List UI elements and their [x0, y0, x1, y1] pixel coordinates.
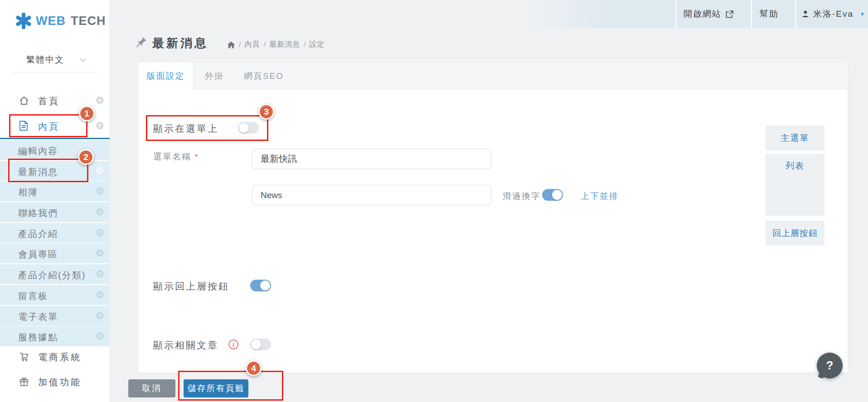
- sidebar-subitem-service-locations[interactable]: 服務據點 ⚙: [0, 326, 110, 346]
- sidebar-item-label: 首頁: [38, 95, 60, 107]
- gear-icon[interactable]: ⚙: [95, 269, 104, 279]
- breadcrumb-item-news[interactable]: 最新消息: [269, 40, 300, 49]
- chevron-down-icon: [80, 58, 86, 62]
- tab-plugins[interactable]: 外掛: [194, 63, 235, 89]
- menu-name-input[interactable]: [252, 149, 491, 169]
- show-on-menu-label: 顯示在選單上: [153, 122, 218, 135]
- tab-seo[interactable]: 網頁SEO: [235, 63, 292, 89]
- sidebar-subitem-news[interactable]: 最新消息 ⚙: [0, 161, 110, 181]
- sidebar-item-ecommerce[interactable]: 電商系統: [0, 346, 110, 368]
- help-menu-button[interactable]: 幫助: [760, 0, 779, 28]
- breadcrumb: / 內頁 / 最新消息 / 設定: [227, 40, 325, 49]
- sidebar-item-label: 電商系統: [38, 351, 82, 363]
- help-label: 幫助: [760, 8, 779, 20]
- header-divider: [795, 0, 796, 28]
- document-icon: [19, 121, 28, 131]
- subitem-label: 留言板: [18, 290, 48, 302]
- cancel-button[interactable]: 取消: [128, 379, 175, 397]
- header-divider: [751, 0, 752, 28]
- subitem-label: 電子表單: [18, 311, 58, 323]
- gear-icon[interactable]: ⚙: [95, 290, 104, 300]
- subitem-label: 會員專區: [18, 248, 58, 261]
- caret-down-icon: ▼: [860, 11, 865, 17]
- header-divider: [675, 0, 676, 28]
- sidebar-item-label: 內頁: [38, 121, 60, 133]
- user-menu[interactable]: 米洛-Eva ▼: [801, 0, 865, 28]
- breadcrumb-item-settings: 設定: [309, 40, 325, 49]
- breadcrumb-separator: /: [304, 41, 305, 49]
- brand-name-secondary: TECH: [71, 14, 106, 28]
- subitem-label: 聯絡我們: [18, 207, 58, 219]
- menu-name-english-input[interactable]: [252, 185, 491, 205]
- show-related-articles-toggle[interactable]: [250, 339, 271, 350]
- gear-icon[interactable]: ⚙: [95, 121, 104, 131]
- gear-icon[interactable]: ⚙: [95, 228, 104, 238]
- breadcrumb-item-inner-pages[interactable]: 內頁: [244, 40, 260, 49]
- cart-icon: [19, 352, 29, 362]
- sidebar: WEB TECH 繁體中文 首頁 ⚙ 內頁 ⚙: [0, 0, 110, 402]
- scrollbar[interactable]: [849, 75, 852, 367]
- menu-name-label: 選單名稱*: [153, 151, 199, 163]
- sidebar-subitem-eforms[interactable]: 電子表單 ⚙: [0, 306, 110, 326]
- sidebar-subitem-edit-content[interactable]: 編輯內容: [0, 140, 110, 160]
- admin-app: WEB TECH 繁體中文 首頁 ⚙ 內頁 ⚙: [0, 0, 868, 402]
- language-selector[interactable]: 繁體中文: [0, 51, 110, 68]
- gear-icon[interactable]: ⚙: [95, 166, 104, 176]
- user-name: 米洛-Eva: [813, 8, 853, 20]
- sidebar-subitem-album[interactable]: 相簿 ⚙: [0, 181, 110, 201]
- gear-icon[interactable]: ⚙: [95, 331, 104, 341]
- sidebar-divider: [11, 72, 98, 73]
- user-icon: [801, 10, 810, 18]
- show-back-button-label: 顯示回上層按鈕: [153, 280, 229, 293]
- sidebar-item-home[interactable]: 首頁 ⚙: [0, 90, 110, 111]
- gear-icon[interactable]: ⚙: [95, 311, 104, 321]
- sidebar-subitem-contact[interactable]: 聯絡我們 ⚙: [0, 202, 110, 222]
- gift-icon: [19, 377, 29, 387]
- subitem-label: 產品介紹: [18, 228, 58, 240]
- home-icon[interactable]: [227, 41, 235, 48]
- gear-icon[interactable]: ⚙: [95, 186, 104, 196]
- home-icon: [19, 96, 29, 106]
- show-on-menu-toggle[interactable]: [238, 122, 259, 134]
- subitem-label: 相簿: [18, 186, 38, 199]
- brand-logo: WEB TECH: [15, 13, 106, 29]
- gear-icon[interactable]: ⚙: [95, 207, 104, 217]
- sidebar-item-inner-pages[interactable]: 內頁 ⚙: [0, 114, 110, 137]
- sidebar-subitem-message-board[interactable]: 留言板 ⚙: [0, 285, 110, 305]
- sidebar-item-addons[interactable]: 加值功能: [0, 371, 110, 392]
- info-icon[interactable]: i: [228, 339, 238, 349]
- stack-layout-link[interactable]: 上下並排: [581, 190, 619, 202]
- subitem-label: 產品介紹(分類): [18, 269, 86, 281]
- sidebar-submenu: 編輯內容 最新消息 ⚙ 相簿 ⚙ 聯絡我們 ⚙ 產品介紹 ⚙ 會員專區 ⚙: [0, 140, 110, 347]
- help-bubble-button[interactable]: ?: [817, 353, 843, 378]
- external-link-icon: [725, 10, 734, 19]
- preview-list-button[interactable]: 列表: [766, 154, 824, 216]
- sidebar-subitem-products[interactable]: 產品介紹 ⚙: [0, 223, 110, 243]
- hover-swap-label: 滑過換字: [503, 190, 541, 202]
- menu-name-label-text: 選單名稱: [153, 152, 191, 161]
- settings-card: [138, 63, 848, 373]
- active-section-underline: [0, 138, 110, 139]
- hover-swap-toggle[interactable]: [542, 189, 563, 201]
- open-site-button[interactable]: 開啟網站: [684, 0, 734, 28]
- language-value: 繁體中文: [26, 54, 64, 66]
- breadcrumb-separator: /: [263, 41, 265, 49]
- tab-layout-settings[interactable]: 版面設定: [138, 63, 194, 90]
- gear-icon[interactable]: ⚙: [95, 96, 104, 106]
- page-title: 最新消息: [152, 35, 209, 51]
- logo-asterisk-icon: [15, 13, 32, 29]
- preview-back-button[interactable]: 回上層按鈕: [766, 221, 824, 246]
- subitem-label: 編輯內容: [18, 145, 58, 157]
- breadcrumb-separator: /: [239, 41, 241, 49]
- sidebar-subitem-product-categories[interactable]: 產品介紹(分類) ⚙: [0, 264, 110, 284]
- brand-name-primary: WEB: [36, 14, 66, 28]
- sidebar-subitem-members[interactable]: 會員專區 ⚙: [0, 243, 110, 263]
- subitem-label: 最新消息: [18, 166, 58, 178]
- gear-icon[interactable]: ⚙: [95, 248, 104, 258]
- preview-main-menu-button[interactable]: 主選單: [766, 126, 824, 150]
- show-back-button-toggle[interactable]: [250, 280, 271, 291]
- required-asterisk: *: [195, 153, 199, 161]
- save-all-tabs-button[interactable]: 儲存所有頁籤: [184, 379, 248, 397]
- pin-icon: [136, 36, 147, 48]
- subitem-label: 服務據點: [18, 331, 58, 344]
